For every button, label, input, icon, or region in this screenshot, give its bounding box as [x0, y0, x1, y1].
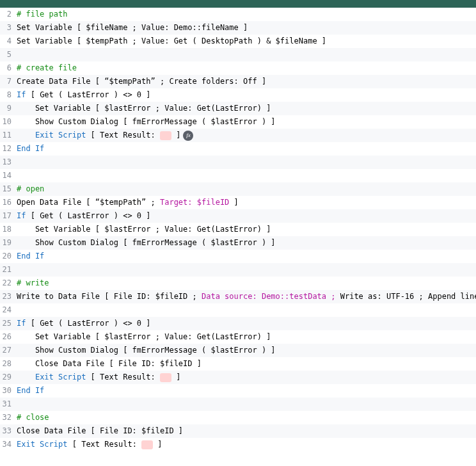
empty-result-placeholder[interactable] [160, 373, 171, 382]
code-text: ] [229, 196, 238, 209]
top-bar [0, 0, 476, 8]
script-line[interactable]: 28 Close Data File [ File ID: $fileID ] [0, 357, 476, 371]
script-line[interactable]: 19 Show Custom Dialog [ fmErrorMessage (… [0, 236, 476, 250]
script-line[interactable]: 6# create file [0, 61, 476, 75]
line-number: 3 [0, 21, 17, 35]
code-content: Create Data File [ “$tempPath” ; Create … [17, 75, 476, 88]
code-content: Close Data File [ File ID: $fileID ] [17, 424, 476, 438]
comment-text: # open [17, 182, 44, 196]
script-line[interactable]: 2# file path [0, 8, 476, 21]
script-line[interactable]: 10 Show Custom Dialog [ fmErrorMessage (… [0, 115, 476, 129]
code-text: [ Get ( LastError ) <> 0 ] [26, 88, 150, 102]
line-number: 26 [0, 330, 17, 344]
line-number: 17 [0, 209, 17, 223]
line-number: 31 [0, 398, 17, 411]
script-line[interactable]: 22# write [0, 277, 476, 290]
script-line[interactable]: 5 [0, 48, 476, 61]
code-text: [ Text Result: [86, 371, 160, 384]
script-line[interactable]: 21 [0, 263, 476, 277]
script-line[interactable]: 8If [ Get ( LastError ) <> 0 ] [0, 88, 476, 102]
keyword-text: End If [17, 142, 44, 156]
script-line[interactable]: 15# open [0, 182, 476, 196]
keyword-text: If [17, 317, 26, 330]
comment-text: # create file [17, 61, 77, 75]
script-line[interactable]: 18 Set Variable [ $lastError ; Value: Ge… [0, 223, 476, 236]
keyword-text: Exit Script [35, 129, 86, 142]
line-number: 7 [0, 75, 17, 88]
code-content: If [ Get ( LastError ) <> 0 ] [17, 317, 476, 330]
code-text: [ Text Result: [67, 438, 141, 451]
script-line[interactable]: 20End If [0, 250, 476, 263]
script-line[interactable]: 9 Set Variable [ $lastError ; Value: Get… [0, 102, 476, 115]
code-text: Show Custom Dialog [ fmErrorMessage ( $l… [17, 236, 276, 250]
script-line[interactable]: 27 Show Custom Dialog [ fmErrorMessage (… [0, 344, 476, 357]
target-text: Target: $fileID [160, 196, 229, 209]
line-number: 22 [0, 277, 17, 290]
line-number: 16 [0, 196, 17, 209]
code-text: ] [171, 129, 180, 142]
code-content: End If [17, 250, 476, 263]
code-content: Show Custom Dialog [ fmErrorMessage ( $l… [17, 115, 476, 129]
keyword-text: End If [17, 384, 44, 398]
line-number: 12 [0, 142, 17, 156]
code-content: Write to Data File [ File ID: $fileID ; … [17, 290, 476, 303]
line-number: 33 [0, 424, 17, 438]
code-text: Write as: UTF-16 ; Append line feed ] [336, 290, 477, 303]
line-number: 20 [0, 250, 17, 263]
code-text [17, 371, 35, 384]
script-line[interactable]: 4Set Variable [ $tempPath ; Value: Get (… [0, 35, 476, 48]
fx-icon[interactable]: fx [183, 131, 193, 141]
code-content: Set Variable [ $lastError ; Value: Get(L… [17, 223, 476, 236]
line-number: 30 [0, 384, 17, 398]
code-text: Close Data File [ File ID: $fileID ] [17, 424, 183, 438]
script-line[interactable]: 3Set Variable [ $fileName ; Value: Demo:… [0, 21, 476, 35]
line-number: 32 [0, 411, 17, 424]
code-text: ] [171, 371, 180, 384]
line-number: 29 [0, 371, 17, 384]
script-line[interactable]: 16Open Data File [ “$tempPath” ; Target:… [0, 196, 476, 209]
code-text: [ Get ( LastError ) <> 0 ] [26, 317, 150, 330]
script-line[interactable]: 24 [0, 303, 476, 317]
empty-result-placeholder[interactable] [141, 440, 153, 449]
code-content: # create file [17, 61, 476, 75]
line-number: 6 [0, 61, 17, 75]
script-line[interactable]: 29 Exit Script [ Text Result: ] [0, 371, 476, 384]
code-content: Show Custom Dialog [ fmErrorMessage ( $l… [17, 344, 476, 357]
script-line[interactable]: 33Close Data File [ File ID: $fileID ] [0, 424, 476, 438]
code-content: # write [17, 277, 476, 290]
script-line[interactable]: 32# close [0, 411, 476, 424]
script-line[interactable]: 14 [0, 169, 476, 182]
keyword-text: If [17, 209, 26, 223]
code-content: # close [17, 411, 476, 424]
script-line[interactable]: 13 [0, 156, 476, 169]
code-text: Close Data File [ File ID: $fileID ] [17, 357, 202, 371]
line-number: 11 [0, 129, 17, 142]
keyword-text: Exit Script [17, 438, 67, 451]
script-line[interactable]: 30End If [0, 384, 476, 398]
code-content: Close Data File [ File ID: $fileID ] [17, 357, 476, 371]
code-text: Write to Data File [ File ID: $fileID ; [17, 290, 202, 303]
script-line[interactable]: 34Exit Script [ Text Result: ] [0, 438, 476, 451]
script-line[interactable]: 11 Exit Script [ Text Result: ]fx [0, 129, 476, 142]
empty-result-placeholder[interactable] [160, 131, 171, 140]
script-line[interactable]: 23Write to Data File [ File ID: $fileID … [0, 290, 476, 303]
line-number: 18 [0, 223, 17, 236]
script-line[interactable]: 12End If [0, 142, 476, 156]
code-text: Set Variable [ $tempPath ; Value: Get ( … [17, 35, 326, 48]
code-content: Set Variable [ $lastError ; Value: Get(L… [17, 330, 476, 344]
script-line[interactable]: 7Create Data File [ “$tempPath” ; Create… [0, 75, 476, 88]
target-text: Data source: Demo::testData ; [202, 290, 336, 303]
script-line[interactable]: 17If [ Get ( LastError ) <> 0 ] [0, 209, 476, 223]
line-number: 10 [0, 115, 17, 129]
code-text: Open Data File [ “$tempPath” ; [17, 196, 160, 209]
script-line[interactable]: 31 [0, 398, 476, 411]
script-line[interactable]: 26 Set Variable [ $lastError ; Value: Ge… [0, 330, 476, 344]
script-line[interactable]: 25If [ Get ( LastError ) <> 0 ] [0, 317, 476, 330]
keyword-text: If [17, 88, 26, 102]
line-number: 2 [0, 8, 17, 21]
line-number: 14 [0, 169, 17, 182]
code-content: End If [17, 384, 476, 398]
code-text: Set Variable [ $lastError ; Value: Get(L… [17, 102, 271, 115]
line-number: 13 [0, 156, 17, 169]
line-number: 28 [0, 357, 17, 371]
